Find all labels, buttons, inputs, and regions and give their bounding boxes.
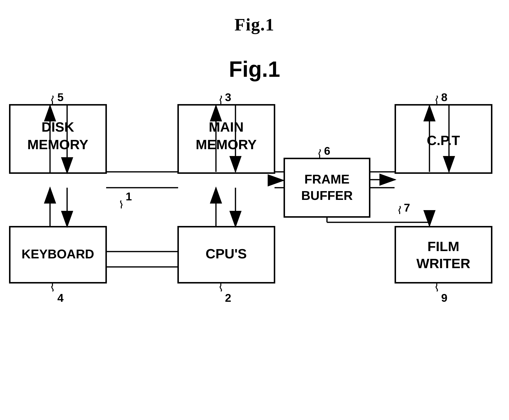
svg-text:Fig.1: Fig.1	[229, 57, 280, 81]
svg-text:WRITER: WRITER	[417, 256, 470, 271]
svg-text:KEYBOARD: KEYBOARD	[21, 247, 94, 261]
page-title: Fig.1	[0, 0, 509, 35]
svg-text:3: 3	[225, 91, 231, 104]
svg-text:MEMORY: MEMORY	[196, 137, 257, 152]
svg-text:CPU'S: CPU'S	[206, 246, 247, 261]
svg-text:MEMORY: MEMORY	[27, 137, 88, 152]
svg-text:1: 1	[126, 190, 132, 203]
svg-text:4: 4	[57, 292, 64, 304]
svg-rect-153	[395, 227, 492, 283]
svg-text:MAIN: MAIN	[209, 119, 244, 135]
svg-text:C.P.T: C.P.T	[427, 133, 460, 148]
svg-rect-146	[284, 158, 370, 217]
svg-text:5: 5	[57, 91, 64, 104]
svg-text:6: 6	[324, 145, 330, 157]
svg-text:DISK: DISK	[41, 119, 74, 135]
svg-text:8: 8	[441, 91, 448, 104]
svg-text:FRAME: FRAME	[305, 172, 350, 186]
svg-text:7: 7	[404, 201, 410, 214]
svg-text:FILM: FILM	[428, 239, 459, 254]
svg-text:BUFFER: BUFFER	[301, 188, 353, 203]
svg-text:2: 2	[225, 292, 231, 304]
svg-text:9: 9	[441, 292, 448, 304]
